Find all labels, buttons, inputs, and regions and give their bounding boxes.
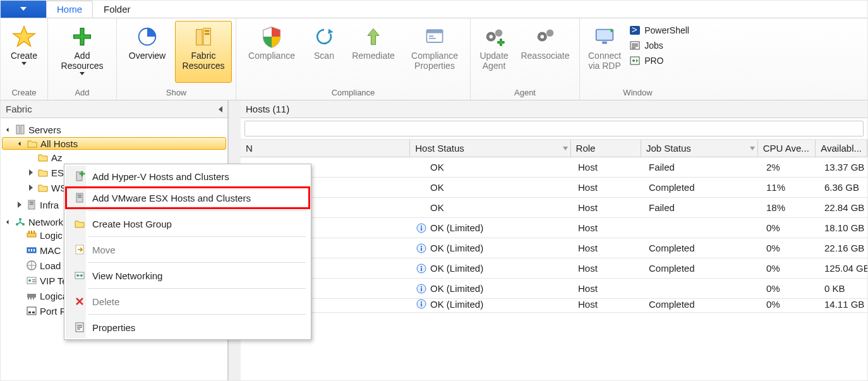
create-label: Create <box>11 51 37 61</box>
ctx-label: Add VMware ESX Hosts and Clusters <box>88 193 251 203</box>
table-row[interactable]: OK (Limited)HostCompleted0%125.04 GB <box>241 258 867 279</box>
create-button[interactable]: Create <box>4 21 44 83</box>
vip-icon <box>26 275 37 286</box>
powershell-icon <box>629 25 641 36</box>
reassociate-label: Reassociate <box>521 51 569 61</box>
table-row[interactable]: OKHostFailed18%22.84 GB <box>241 198 867 218</box>
tree-node-az[interactable]: Az <box>2 152 226 163</box>
content-title: Hosts (11) <box>246 104 289 114</box>
ctx-label: Add Hyper-V Hosts and Clusters <box>88 171 229 182</box>
ctx-label: Move <box>88 245 116 255</box>
loadbalancer-icon <box>26 260 37 271</box>
cell-host-status: OK (Limited) <box>411 243 573 253</box>
ctx-add-hyperv[interactable]: Add Hyper-V Hosts and Clusters <box>66 166 310 187</box>
ctx-view-networking[interactable]: View Networking <box>66 265 310 286</box>
grid-header: N Host Status Role Job Status CPU Ave...… <box>241 140 867 157</box>
cell-host-status: OK (Limited) <box>411 283 573 294</box>
expand-toggle[interactable] <box>16 140 24 147</box>
group-label-agent: Agent <box>474 87 576 100</box>
col-name-header[interactable]: N <box>241 140 410 157</box>
ctx-delete[interactable]: Delete <box>66 291 310 312</box>
add-resources-button[interactable]: Add Resources <box>52 21 112 83</box>
remediate-button[interactable]: Remediate <box>345 21 402 83</box>
ribbon: Create Create Add Resources Add Overview… <box>1 18 867 100</box>
cell-cpu: 0% <box>761 263 819 274</box>
ctx-label: Properties <box>88 322 135 333</box>
ctx-add-vmware-esx[interactable]: Add VMware ESX Hosts and Clusters <box>66 187 310 209</box>
compliance-button[interactable]: Compliance <box>240 21 303 83</box>
cell-role: Host <box>573 182 644 193</box>
cell-host-status: OK (Limited) <box>411 299 573 310</box>
overview-button[interactable]: Overview <box>121 21 174 83</box>
tab-folder[interactable]: Folder <box>93 1 142 18</box>
monitor-icon <box>592 24 617 49</box>
filter-icon[interactable] <box>563 147 568 150</box>
ctx-properties[interactable]: Properties <box>66 317 310 338</box>
cell-job-status: Failed <box>644 202 761 213</box>
ctx-create-host-group[interactable]: Create Host Group <box>66 213 310 234</box>
powershell-button[interactable]: PowerShell <box>629 25 689 36</box>
table-row[interactable]: OK (Limited)Host0%0 KB <box>241 279 867 299</box>
table-row[interactable]: OK (Limited)HostCompleted0%14.11 GB <box>241 299 867 313</box>
logical-icon <box>26 229 37 241</box>
cell-memory: 125.04 GB <box>819 263 867 274</box>
move-icon <box>71 244 88 255</box>
cell-role: Host <box>573 243 644 253</box>
cell-memory: 18.10 GB <box>819 222 867 233</box>
tree-node-servers[interactable]: Servers <box>2 124 226 135</box>
cell-cpu: 0% <box>761 243 819 253</box>
expand-toggle[interactable] <box>4 126 12 133</box>
expand-toggle[interactable] <box>27 169 35 176</box>
collapse-sidebar-button[interactable] <box>219 106 222 112</box>
servers-icon <box>191 24 216 49</box>
col-memory-header[interactable]: Availabl... <box>816 140 867 157</box>
cell-job-status: Completed <box>644 182 761 193</box>
tree-label: Az <box>51 152 63 163</box>
remediate-label: Remediate <box>352 51 395 61</box>
fabric-resources-button[interactable]: Fabric Resources <box>175 21 232 83</box>
grid-filter-input[interactable] <box>244 121 864 136</box>
cell-role: Host <box>573 202 644 213</box>
tree-node-all-hosts[interactable]: All Hosts <box>2 137 226 150</box>
tree-label: MAC <box>40 245 61 256</box>
tab-home[interactable]: Home <box>46 1 93 18</box>
cell-cpu: 2% <box>761 162 819 172</box>
table-row[interactable]: OKHostFailed2%13.37 GB <box>241 157 867 178</box>
shield-icon <box>259 24 284 49</box>
scan-button[interactable]: Scan <box>304 21 344 83</box>
tree-label: All Hosts <box>40 138 78 149</box>
col-jobstatus-header[interactable]: Job Status <box>641 140 758 157</box>
reassociate-button[interactable]: Reassociate <box>515 21 576 83</box>
filter-icon[interactable] <box>750 147 755 150</box>
col-cpu-header[interactable]: CPU Ave... <box>758 140 816 157</box>
cell-job-status: Completed <box>644 243 761 253</box>
table-row[interactable]: OK (Limited)HostCompleted0%22.16 GB <box>241 238 867 258</box>
col-hoststatus-header[interactable]: Host Status <box>410 140 570 157</box>
cell-role: Host <box>573 222 644 233</box>
ctx-move[interactable]: Move <box>66 239 310 260</box>
network-view-icon <box>71 270 88 281</box>
folder-icon <box>27 138 38 149</box>
compliance-properties-button[interactable]: Compliance Properties <box>403 21 466 83</box>
tree-label: Infra <box>40 200 59 210</box>
expand-toggle[interactable] <box>27 184 35 191</box>
expand-toggle[interactable] <box>4 218 12 226</box>
port-icon <box>26 305 37 317</box>
cell-role: Host <box>573 299 644 310</box>
cell-memory: 6.36 GB <box>819 182 867 193</box>
compliance-properties-label: Compliance Properties <box>411 51 458 71</box>
update-agent-button[interactable]: Update Agent <box>474 21 514 83</box>
folder-icon <box>71 218 88 229</box>
expand-toggle[interactable] <box>16 201 23 209</box>
pro-button[interactable]: PRO <box>629 55 689 66</box>
col-role-header[interactable]: Role <box>571 140 641 157</box>
cell-host-status: OK <box>411 202 573 213</box>
group-label-show: Show <box>121 87 232 100</box>
window-icon <box>422 24 447 49</box>
jobs-button[interactable]: Jobs <box>629 40 689 51</box>
file-menu[interactable] <box>1 0 46 18</box>
table-row[interactable]: OK (Limited)Host0%18.10 GB <box>241 218 867 238</box>
connect-rdp-button[interactable]: Connect via RDP <box>584 21 625 83</box>
table-row[interactable]: OKHostCompleted11%6.36 GB <box>241 178 867 198</box>
pie-icon <box>135 24 160 49</box>
